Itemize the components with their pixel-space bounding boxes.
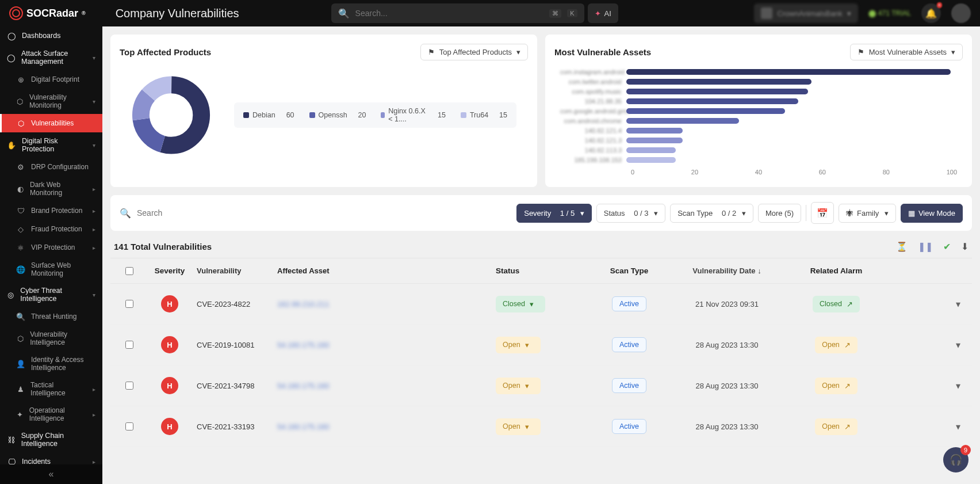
alarm-chip[interactable]: Closed ↗ bbox=[813, 296, 860, 312]
flag-icon: ⚑ bbox=[858, 48, 864, 56]
asset-link[interactable]: 162.99.210.211 bbox=[277, 300, 329, 308]
filter-bar: 🔍 Severity 1 / 5 ▾ Status 0 / 3 ▾ Scan T… bbox=[110, 195, 972, 231]
bar-row: 140.82.121.3 bbox=[560, 137, 957, 144]
bar-row: 185.199.108.153 bbox=[560, 157, 957, 163]
filter-status[interactable]: Status 0 / 3 ▾ bbox=[596, 204, 665, 223]
sidebar-item[interactable]: 👤Identity & Access Intelligence bbox=[0, 351, 102, 376]
col-scan[interactable]: Scan Type bbox=[589, 266, 669, 275]
asset-link[interactable]: 54.160.175.160 bbox=[277, 422, 329, 431]
expand-row-icon[interactable]: ▾ bbox=[956, 340, 960, 350]
sidebar-item[interactable]: ⛓Supply Chain Intelligence bbox=[0, 427, 102, 452]
svg-point-3 bbox=[141, 85, 201, 145]
col-vulnerability[interactable]: Vulnerability bbox=[197, 266, 277, 275]
hourglass-icon[interactable]: ⏳ bbox=[896, 241, 908, 252]
expand-row-icon[interactable]: ▾ bbox=[956, 421, 960, 432]
alarm-chip[interactable]: Open ↗ bbox=[815, 337, 858, 353]
expand-row-icon[interactable]: ▾ bbox=[956, 299, 960, 310]
view-mode-button[interactable]: ▦View Mode bbox=[901, 204, 963, 223]
chevron-icon: ▸ bbox=[93, 186, 95, 192]
org-selector[interactable]: CrownAnimalsBank ▾ bbox=[754, 3, 858, 23]
ai-button[interactable]: ✦ AI bbox=[588, 3, 618, 23]
search-input[interactable] bbox=[355, 9, 544, 18]
download-icon[interactable]: ⬇ bbox=[961, 241, 968, 252]
bar-row: com.google.android.gms bbox=[560, 108, 957, 115]
sidebar-item[interactable]: ◇Fraud Protection▸ bbox=[0, 220, 102, 238]
sidebar-item[interactable]: 🌐Surface Web Monitoring bbox=[0, 257, 102, 282]
sidebar-item[interactable]: ⬡Vulnerabilities bbox=[0, 114, 102, 132]
date-cell: 28 Aug 2023 13:30 bbox=[669, 341, 784, 349]
page-title: Company Vulnerabilities bbox=[116, 7, 239, 20]
sidebar-item[interactable]: ⚙DRP Configuration bbox=[0, 158, 102, 176]
sidebar-item[interactable]: ⚛VIP Protection▸ bbox=[0, 238, 102, 257]
col-alarm[interactable]: Related Alarm bbox=[784, 266, 888, 275]
row-checkbox[interactable] bbox=[125, 341, 133, 349]
sidebar-item[interactable]: ⬡Vulnerability Monitoring▾ bbox=[0, 89, 102, 114]
sidebar-item[interactable]: 🔍Threat Hunting bbox=[0, 307, 102, 326]
sidebar-item[interactable]: ✋Digital Risk Protection▾ bbox=[0, 132, 102, 158]
logo[interactable]: SOCRadar ® bbox=[9, 6, 86, 20]
severity-badge: H bbox=[161, 418, 178, 435]
card-selector[interactable]: ⚑ Top Affected Products ▾ bbox=[420, 44, 528, 60]
sidebar-item[interactable]: ♟Tactical Intelligence▸ bbox=[0, 376, 102, 402]
check-icon[interactable]: ✔ bbox=[943, 241, 951, 252]
sidebar-icon: ⬡ bbox=[16, 119, 25, 128]
filter-family[interactable]: 🕷Family ▾ bbox=[839, 204, 896, 223]
sidebar-item[interactable]: ✦Operational Intelligence▸ bbox=[0, 402, 102, 427]
flag-icon: ⚑ bbox=[428, 48, 435, 56]
status-chip[interactable]: Open ▾ bbox=[496, 337, 541, 353]
sidebar-item[interactable]: 🛡Brand Protection▸ bbox=[0, 201, 102, 220]
asset-link[interactable]: 54.160.175.160 bbox=[277, 341, 329, 349]
sidebar-icon: ◐ bbox=[16, 184, 24, 193]
filter-severity[interactable]: Severity 1 / 5 ▾ bbox=[516, 204, 592, 223]
chevron-icon: ▸ bbox=[93, 386, 95, 392]
alarm-chip[interactable]: Open ↗ bbox=[815, 418, 858, 435]
sidebar-item[interactable]: ⊕Digital Footprint bbox=[0, 70, 102, 89]
notifications-button[interactable]: 🔔• bbox=[921, 3, 941, 23]
sidebar-label: Digital Footprint bbox=[31, 75, 79, 83]
sidebar-label: Threat Hunting bbox=[31, 312, 76, 321]
sidebar-item[interactable]: ◎Cyber Threat Intelligence▾ bbox=[0, 282, 102, 307]
cve-id[interactable]: CVE-2021-34798 bbox=[197, 382, 277, 390]
status-chip[interactable]: Open ▾ bbox=[496, 418, 541, 435]
app-header: SOCRadar ® Company Vulnerabilities 🔍 ⌘ K… bbox=[0, 0, 980, 26]
sidebar-item[interactable]: ◯Attack Surface Management▾ bbox=[0, 45, 102, 70]
help-button[interactable]: 🎧 9 bbox=[943, 447, 968, 472]
global-search[interactable]: 🔍 ⌘ K bbox=[331, 3, 584, 23]
row-checkbox[interactable] bbox=[125, 300, 133, 308]
sidebar-collapse[interactable]: « bbox=[0, 464, 102, 484]
calendar-button[interactable]: 📅 bbox=[811, 202, 834, 224]
status-chip[interactable]: Closed ▾ bbox=[496, 296, 545, 312]
status-chip[interactable]: Open ▾ bbox=[496, 378, 541, 394]
row-checkbox[interactable] bbox=[125, 422, 133, 430]
scan-chip: Active bbox=[612, 378, 646, 393]
avatar[interactable] bbox=[951, 3, 971, 23]
sidebar-item[interactable]: ⬡Vulnerability Intelligence bbox=[0, 326, 102, 351]
sidebar-icon: ◎ bbox=[7, 290, 14, 299]
table-row: HCVE-2021-3479854.160.175.160Open ▾Activ… bbox=[110, 365, 972, 406]
help-badge: 9 bbox=[960, 445, 971, 455]
col-severity[interactable]: Severity bbox=[143, 266, 197, 275]
col-status[interactable]: Status bbox=[496, 266, 589, 275]
sidebar-item[interactable]: ◐Dark Web Monitoring▸ bbox=[0, 176, 102, 201]
sidebar-item[interactable]: ◯Dashboards bbox=[0, 26, 102, 45]
table-search[interactable]: 🔍 bbox=[120, 208, 512, 219]
expand-row-icon[interactable]: ▾ bbox=[956, 380, 960, 391]
search-input[interactable] bbox=[137, 208, 252, 218]
bar-row: com.android.chrome bbox=[560, 117, 957, 124]
col-date[interactable]: Vulnerability Date ↓ bbox=[669, 266, 784, 275]
pause-icon[interactable]: ❚❚ bbox=[918, 241, 933, 252]
filter-scan-type[interactable]: Scan Type 0 / 2 ▾ bbox=[670, 204, 753, 223]
alarm-chip[interactable]: Open ↗ bbox=[815, 378, 858, 394]
chevron-down-icon: ▾ bbox=[525, 341, 529, 349]
cve-id[interactable]: CVE-2023-4822 bbox=[197, 300, 277, 308]
card-selector[interactable]: ⚑ Most Vulnerable Assets ▾ bbox=[850, 44, 963, 60]
cve-id[interactable]: CVE-2021-33193 bbox=[197, 422, 277, 431]
col-asset[interactable]: Affected Asset bbox=[277, 266, 496, 275]
filter-more[interactable]: More (5) bbox=[758, 204, 801, 223]
scan-chip: Active bbox=[612, 296, 646, 311]
cve-id[interactable]: CVE-2019-10081 bbox=[197, 341, 277, 349]
select-all-checkbox[interactable] bbox=[125, 267, 133, 275]
header-right: CrownAnimalsBank ▾ ⬤ 471 TRIAL 🔔• bbox=[754, 3, 971, 23]
row-checkbox[interactable] bbox=[125, 382, 133, 390]
asset-link[interactable]: 54.160.175.160 bbox=[277, 382, 329, 390]
